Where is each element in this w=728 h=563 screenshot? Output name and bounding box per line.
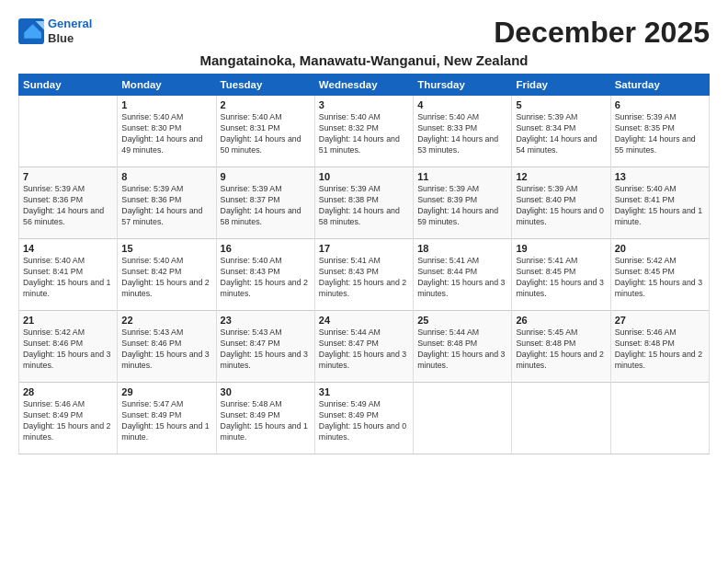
day-info: Sunrise: 5:44 AM Sunset: 8:47 PM Dayligh…	[319, 327, 409, 372]
calendar-cell: 16Sunrise: 5:40 AM Sunset: 8:43 PM Dayli…	[216, 239, 314, 311]
day-number: 18	[417, 243, 507, 254]
calendar-week-row: 28Sunrise: 5:46 AM Sunset: 8:49 PM Dayli…	[19, 383, 710, 454]
day-info: Sunrise: 5:39 AM Sunset: 8:36 PM Dayligh…	[121, 184, 211, 228]
calendar-cell: 30Sunrise: 5:48 AM Sunset: 8:49 PM Dayli…	[216, 383, 314, 454]
calendar-cell: 29Sunrise: 5:47 AM Sunset: 8:49 PM Dayli…	[118, 383, 216, 454]
day-header-monday: Monday	[118, 75, 216, 96]
calendar-cell: 17Sunrise: 5:41 AM Sunset: 8:43 PM Dayli…	[314, 239, 413, 311]
day-info: Sunrise: 5:40 AM Sunset: 8:31 PM Dayligh…	[221, 112, 311, 156]
day-number: 2	[221, 99, 311, 110]
day-number: 20	[615, 243, 705, 254]
calendar-cell: 18Sunrise: 5:41 AM Sunset: 8:44 PM Dayli…	[414, 239, 512, 311]
logo-line2: Blue	[48, 31, 92, 46]
calendar-cell: 9Sunrise: 5:39 AM Sunset: 8:37 PM Daylig…	[216, 167, 314, 239]
calendar-cell: 13Sunrise: 5:40 AM Sunset: 8:41 PM Dayli…	[610, 167, 709, 239]
day-number: 8	[121, 171, 211, 182]
calendar-cell	[610, 383, 709, 454]
day-number: 31	[319, 386, 409, 397]
calendar-cell: 23Sunrise: 5:43 AM Sunset: 8:47 PM Dayli…	[216, 311, 314, 383]
calendar-cell: 25Sunrise: 5:44 AM Sunset: 8:48 PM Dayli…	[414, 311, 512, 383]
calendar-cell: 11Sunrise: 5:39 AM Sunset: 8:39 PM Dayli…	[414, 167, 512, 239]
day-info: Sunrise: 5:39 AM Sunset: 8:34 PM Dayligh…	[516, 112, 606, 156]
day-number: 19	[516, 243, 606, 254]
logo: General Blue	[18, 17, 92, 45]
day-number: 29	[121, 386, 211, 397]
calendar-table: SundayMondayTuesdayWednesdayThursdayFrid…	[18, 74, 710, 454]
day-info: Sunrise: 5:45 AM Sunset: 8:48 PM Dayligh…	[516, 327, 606, 372]
day-info: Sunrise: 5:39 AM Sunset: 8:39 PM Dayligh…	[417, 184, 507, 228]
day-number: 7	[23, 171, 113, 182]
day-header-wednesday: Wednesday	[314, 75, 413, 96]
calendar-cell: 19Sunrise: 5:41 AM Sunset: 8:45 PM Dayli…	[512, 239, 610, 311]
calendar-cell: 15Sunrise: 5:40 AM Sunset: 8:42 PM Dayli…	[118, 239, 216, 311]
day-info: Sunrise: 5:40 AM Sunset: 8:30 PM Dayligh…	[121, 112, 211, 156]
day-info: Sunrise: 5:43 AM Sunset: 8:47 PM Dayligh…	[221, 327, 311, 372]
page: General Blue December 2025 Mangatainoka,…	[0, 0, 728, 464]
subtitle: Mangatainoka, Manawatu-Wanganui, New Zea…	[18, 52, 710, 68]
day-info: Sunrise: 5:40 AM Sunset: 8:41 PM Dayligh…	[615, 184, 705, 228]
day-info: Sunrise: 5:39 AM Sunset: 8:38 PM Dayligh…	[319, 184, 409, 228]
day-info: Sunrise: 5:40 AM Sunset: 8:32 PM Dayligh…	[319, 112, 409, 156]
day-number: 9	[221, 171, 311, 182]
logo-line1: General	[48, 17, 92, 30]
day-info: Sunrise: 5:48 AM Sunset: 8:49 PM Dayligh…	[221, 399, 311, 443]
day-number: 12	[516, 171, 606, 182]
calendar-header-row: SundayMondayTuesdayWednesdayThursdayFrid…	[19, 75, 710, 96]
day-info: Sunrise: 5:46 AM Sunset: 8:48 PM Dayligh…	[615, 327, 705, 372]
day-header-sunday: Sunday	[19, 75, 118, 96]
day-number: 28	[23, 386, 113, 397]
day-info: Sunrise: 5:41 AM Sunset: 8:43 PM Dayligh…	[319, 256, 409, 300]
day-info: Sunrise: 5:39 AM Sunset: 8:37 PM Dayligh…	[221, 184, 311, 228]
calendar-cell: 26Sunrise: 5:45 AM Sunset: 8:48 PM Dayli…	[512, 311, 610, 383]
calendar-cell: 10Sunrise: 5:39 AM Sunset: 8:38 PM Dayli…	[314, 167, 413, 239]
day-number: 14	[23, 243, 113, 254]
logo-icon	[18, 18, 44, 44]
calendar-cell: 7Sunrise: 5:39 AM Sunset: 8:36 PM Daylig…	[19, 167, 118, 239]
day-number: 10	[319, 171, 409, 182]
day-header-saturday: Saturday	[610, 75, 709, 96]
calendar-cell	[19, 96, 118, 167]
day-info: Sunrise: 5:47 AM Sunset: 8:49 PM Dayligh…	[121, 399, 211, 443]
calendar-cell: 2Sunrise: 5:40 AM Sunset: 8:31 PM Daylig…	[216, 96, 314, 167]
day-number: 16	[221, 243, 311, 254]
calendar-cell: 14Sunrise: 5:40 AM Sunset: 8:41 PM Dayli…	[19, 239, 118, 311]
day-number: 27	[615, 315, 705, 326]
day-info: Sunrise: 5:40 AM Sunset: 8:43 PM Dayligh…	[221, 256, 311, 300]
day-header-thursday: Thursday	[414, 75, 512, 96]
day-info: Sunrise: 5:44 AM Sunset: 8:48 PM Dayligh…	[417, 327, 507, 372]
header: General Blue December 2025	[18, 17, 710, 49]
calendar-cell: 27Sunrise: 5:46 AM Sunset: 8:48 PM Dayli…	[610, 311, 709, 383]
calendar-cell: 12Sunrise: 5:39 AM Sunset: 8:40 PM Dayli…	[512, 167, 610, 239]
calendar-week-row: 1Sunrise: 5:40 AM Sunset: 8:30 PM Daylig…	[19, 96, 710, 167]
month-title: December 2025	[494, 17, 710, 49]
calendar-cell: 24Sunrise: 5:44 AM Sunset: 8:47 PM Dayli…	[314, 311, 413, 383]
logo-text: General Blue	[48, 17, 92, 45]
calendar-cell: 31Sunrise: 5:49 AM Sunset: 8:49 PM Dayli…	[314, 383, 413, 454]
day-info: Sunrise: 5:49 AM Sunset: 8:49 PM Dayligh…	[319, 399, 409, 443]
day-info: Sunrise: 5:42 AM Sunset: 8:45 PM Dayligh…	[615, 256, 705, 300]
calendar-week-row: 21Sunrise: 5:42 AM Sunset: 8:46 PM Dayli…	[19, 311, 710, 383]
calendar-cell: 1Sunrise: 5:40 AM Sunset: 8:30 PM Daylig…	[118, 96, 216, 167]
calendar-cell: 5Sunrise: 5:39 AM Sunset: 8:34 PM Daylig…	[512, 96, 610, 167]
calendar-cell: 4Sunrise: 5:40 AM Sunset: 8:33 PM Daylig…	[414, 96, 512, 167]
day-number: 13	[615, 171, 705, 182]
day-info: Sunrise: 5:41 AM Sunset: 8:44 PM Dayligh…	[417, 256, 507, 300]
day-header-tuesday: Tuesday	[216, 75, 314, 96]
day-number: 21	[23, 315, 113, 326]
calendar-cell: 28Sunrise: 5:46 AM Sunset: 8:49 PM Dayli…	[19, 383, 118, 454]
day-number: 24	[319, 315, 409, 326]
calendar-cell: 21Sunrise: 5:42 AM Sunset: 8:46 PM Dayli…	[19, 311, 118, 383]
day-info: Sunrise: 5:42 AM Sunset: 8:46 PM Dayligh…	[23, 327, 113, 372]
day-number: 30	[221, 386, 311, 397]
day-info: Sunrise: 5:39 AM Sunset: 8:35 PM Dayligh…	[615, 112, 705, 156]
calendar-cell	[512, 383, 610, 454]
day-header-friday: Friday	[512, 75, 610, 96]
day-info: Sunrise: 5:39 AM Sunset: 8:36 PM Dayligh…	[23, 184, 113, 228]
calendar-week-row: 14Sunrise: 5:40 AM Sunset: 8:41 PM Dayli…	[19, 239, 710, 311]
day-info: Sunrise: 5:40 AM Sunset: 8:33 PM Dayligh…	[417, 112, 507, 156]
title-block: December 2025	[494, 17, 710, 49]
calendar-cell: 20Sunrise: 5:42 AM Sunset: 8:45 PM Dayli…	[610, 239, 709, 311]
day-number: 6	[615, 99, 705, 110]
day-number: 1	[121, 99, 211, 110]
calendar-cell: 3Sunrise: 5:40 AM Sunset: 8:32 PM Daylig…	[314, 96, 413, 167]
